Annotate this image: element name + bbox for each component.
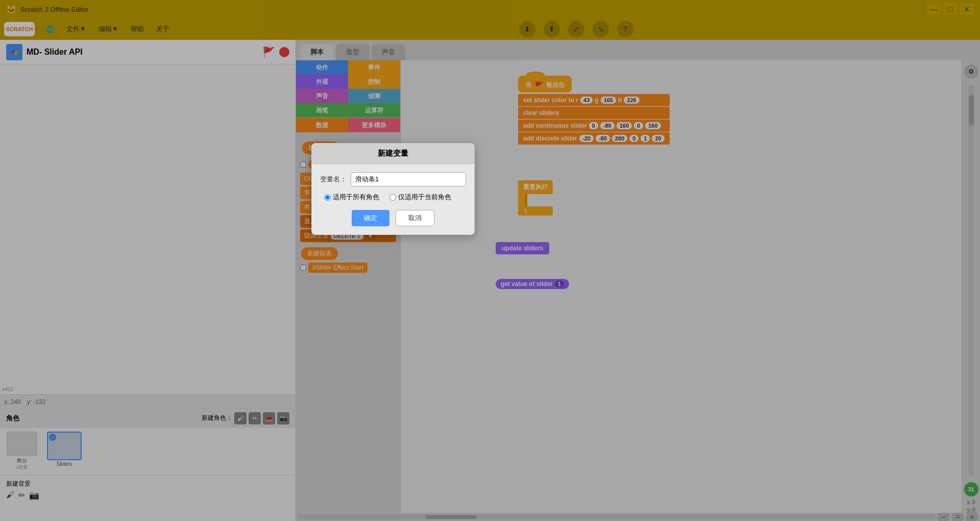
radio-this-sprite[interactable]: 仅适用于当前角色 <box>389 193 451 202</box>
new-variable-dialog: 新建变量 变量名： 适用于所有角色 仅适用于当前角色 确定 取消 <box>311 143 475 235</box>
dialog-overlay: 新建变量 变量名： 适用于所有角色 仅适用于当前角色 确定 取消 <box>0 0 980 521</box>
dialog-title: 新建变量 <box>312 144 474 164</box>
dialog-radio-row: 适用于所有角色 仅适用于当前角色 <box>320 193 466 202</box>
radio-all-sprites-input[interactable] <box>324 194 331 201</box>
dialog-var-name-row: 变量名： <box>320 172 466 186</box>
radio-this-sprite-input[interactable] <box>389 194 396 201</box>
radio-this-label: 仅适用于当前角色 <box>398 193 451 202</box>
dialog-body: 变量名： 适用于所有角色 仅适用于当前角色 确定 取消 <box>312 164 474 234</box>
dialog-confirm-button[interactable]: 确定 <box>352 210 389 226</box>
radio-all-label: 适用于所有角色 <box>333 193 379 202</box>
dialog-var-name-input[interactable] <box>351 172 466 186</box>
dialog-buttons: 确定 取消 <box>320 210 466 226</box>
radio-all-sprites[interactable]: 适用于所有角色 <box>324 193 379 202</box>
dialog-var-name-label: 变量名： <box>320 175 347 184</box>
dialog-cancel-button[interactable]: 取消 <box>396 210 434 226</box>
